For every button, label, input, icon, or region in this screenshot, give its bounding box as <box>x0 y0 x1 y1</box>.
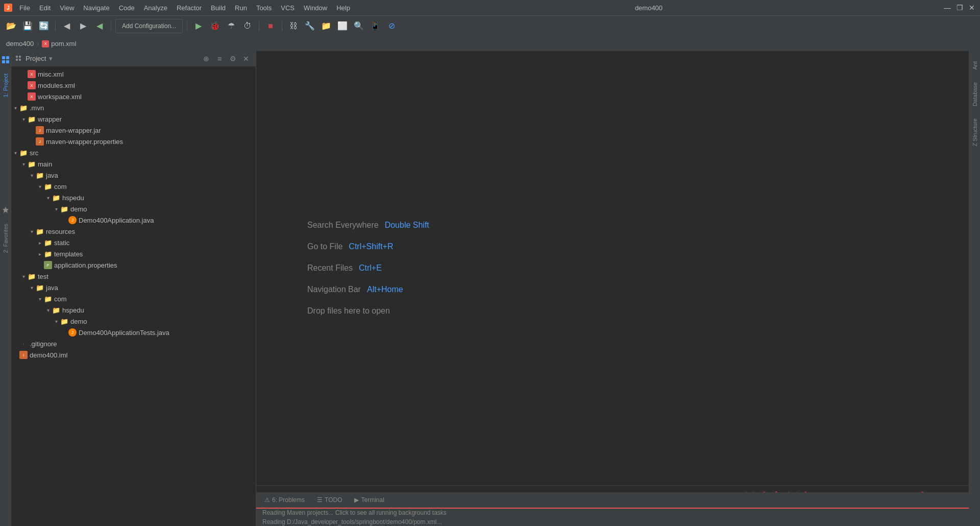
tree-item-java-test[interactable]: 📁 java <box>11 282 256 293</box>
tree-item-com[interactable]: 📁 com <box>11 181 256 192</box>
com-arrow[interactable] <box>36 182 44 190</box>
maximize-button[interactable]: ❐ <box>955 4 964 12</box>
src-arrow[interactable] <box>11 149 19 157</box>
settings-btn[interactable]: ⚙ <box>227 53 238 64</box>
java-folder-icon: 📁 <box>36 171 44 179</box>
menu-navigate[interactable]: Navigate <box>79 2 113 14</box>
resources-arrow[interactable] <box>28 227 36 235</box>
open-folder-button[interactable]: 📂 <box>4 19 18 33</box>
menu-refactor[interactable]: Refactor <box>173 2 206 14</box>
minimize-button[interactable]: — <box>943 4 951 12</box>
tree-item-gitignore[interactable]: · .gitignore <box>11 338 256 349</box>
add-configuration-button[interactable]: Add Configuration... <box>115 19 183 33</box>
add-content-root-btn[interactable]: ⊕ <box>201 53 212 64</box>
wrapper-label: wrapper <box>38 115 62 123</box>
tree-item-misc-xml[interactable]: X misc.xml <box>11 68 256 80</box>
panel-actions: ⊕ ≡ ⚙ ✕ <box>201 53 252 64</box>
java-test-label: java <box>46 284 58 292</box>
project-tab-icon[interactable] <box>1 55 10 64</box>
tree-item-static[interactable]: 📁 static <box>11 237 256 248</box>
debug-button[interactable]: 🐞 <box>208 19 222 33</box>
menu-edit[interactable]: Edit <box>35 2 55 14</box>
main-arrow[interactable] <box>19 160 28 168</box>
tree-item-templates[interactable]: 📁 templates <box>11 248 256 259</box>
java-test-arrow[interactable] <box>28 283 36 292</box>
back-button[interactable]: ◀ <box>60 19 74 33</box>
window-btn-tool[interactable]: ⬜ <box>335 19 350 33</box>
attach-button[interactable]: ⛓ <box>286 19 301 33</box>
tree-item-demo[interactable]: 📁 demo <box>11 203 256 214</box>
project-panel-tab[interactable]: 1: Project <box>1 67 11 103</box>
search-everywhere-text: Search Everywhere <box>307 221 379 230</box>
java-arrow[interactable] <box>28 171 36 179</box>
hspedu-test-arrow[interactable] <box>44 306 52 314</box>
close-button[interactable]: ✕ <box>968 4 976 12</box>
coverage-button[interactable]: ☂ <box>224 19 238 33</box>
profile-button[interactable]: ⏱ <box>240 19 255 33</box>
sdk-button[interactable]: 📁 <box>319 19 333 33</box>
gradle-button[interactable]: 🔧 <box>303 19 317 33</box>
menu-file[interactable]: File <box>15 2 34 14</box>
tree-item-maven-wrapper-props[interactable]: J maven-wrapper.properties <box>11 136 256 147</box>
menu-vcs[interactable]: VCS <box>277 2 299 14</box>
favorites-icon[interactable] <box>1 205 10 214</box>
tree-item-com-test[interactable]: 📁 com <box>11 293 256 304</box>
menu-view[interactable]: View <box>56 2 78 14</box>
stop-button[interactable]: ■ <box>263 19 278 33</box>
structure-tab[interactable]: Z Structure <box>970 112 980 152</box>
no-entry-button[interactable]: ⊘ <box>384 19 399 33</box>
favorites-tab[interactable]: 2: Favorites <box>1 218 11 259</box>
tree-item-resources[interactable]: 📁 resources <box>11 226 256 237</box>
tree-item-hspedu[interactable]: 📁 hspedu <box>11 192 256 203</box>
panel-dropdown-arrow[interactable]: ▾ <box>49 55 53 62</box>
menu-build[interactable]: Build <box>207 2 230 14</box>
breadcrumb-project[interactable]: demo400 <box>6 40 34 47</box>
database-tab[interactable]: Database <box>970 76 980 112</box>
menu-run[interactable]: Run <box>231 2 251 14</box>
tree-item-maven-wrapper-jar[interactable]: J maven-wrapper.jar <box>11 125 256 136</box>
close-panel-btn[interactable]: ✕ <box>240 53 252 64</box>
device-button[interactable]: 📱 <box>368 19 382 33</box>
tree-item-demo400tests[interactable]: J Demo400ApplicationTests.java <box>11 327 256 338</box>
tree-item-main[interactable]: 📁 main <box>11 158 256 170</box>
forward-button[interactable]: ▶ <box>76 19 90 33</box>
menu-analyze[interactable]: Analyze <box>140 2 172 14</box>
collapse-all-btn[interactable]: ≡ <box>214 53 225 64</box>
demo-test-arrow[interactable] <box>52 317 60 325</box>
menu-code[interactable]: Code <box>115 2 139 14</box>
tree-item-workspace-xml[interactable]: X workspace.xml <box>11 91 256 102</box>
refresh-button[interactable]: 🔄 <box>37 19 51 33</box>
tree-item-wrapper[interactable]: 📁 wrapper <box>11 113 256 125</box>
hspedu-arrow[interactable] <box>44 194 52 202</box>
tree-item-java[interactable]: 📁 java <box>11 170 256 181</box>
tree-item-modules-xml[interactable]: X modules.xml <box>11 80 256 91</box>
tree-item-hspedu-test[interactable]: 📁 hspedu <box>11 304 256 316</box>
tree-item-mvn[interactable]: 📁 .mvn <box>11 102 256 113</box>
problems-tab[interactable]: ⚠ 6: Problems <box>260 494 309 506</box>
search-everywhere-btn[interactable]: 🔍 <box>352 19 366 33</box>
menu-window[interactable]: Window <box>300 2 331 14</box>
com-test-arrow[interactable] <box>36 295 44 303</box>
tree-item-test[interactable]: 📁 test <box>11 271 256 282</box>
save-button[interactable]: 💾 <box>20 19 35 33</box>
menu-help[interactable]: Help <box>332 2 354 14</box>
tree-item-demo400app[interactable]: J Demo400Application.java <box>11 214 256 226</box>
todo-tab[interactable]: ☰ TODO <box>313 494 346 506</box>
demo-arrow[interactable] <box>52 205 60 213</box>
tree-item-demo-test[interactable]: 📁 demo <box>11 316 256 327</box>
wrapper-arrow[interactable] <box>19 115 28 123</box>
com-test-folder-icon: 📁 <box>44 295 52 303</box>
revert-button[interactable]: ◀ <box>92 19 107 33</box>
static-arrow[interactable] <box>36 238 44 247</box>
tree-item-demo400iml[interactable]: I demo400.iml <box>11 349 256 361</box>
terminal-tab[interactable]: ▶ Terminal <box>350 494 388 506</box>
ant-tab[interactable]: Ant <box>970 55 980 76</box>
mvn-arrow[interactable] <box>11 104 19 112</box>
run-button[interactable]: ▶ <box>191 19 206 33</box>
test-arrow[interactable] <box>19 272 28 280</box>
templates-arrow[interactable] <box>36 250 44 258</box>
tree-item-src[interactable]: 📁 src <box>11 147 256 158</box>
tree-item-app-props[interactable]: P application.properties <box>11 259 256 271</box>
menu-tools[interactable]: Tools <box>252 2 276 14</box>
breadcrumb-file[interactable]: X pom.xml <box>42 40 76 47</box>
